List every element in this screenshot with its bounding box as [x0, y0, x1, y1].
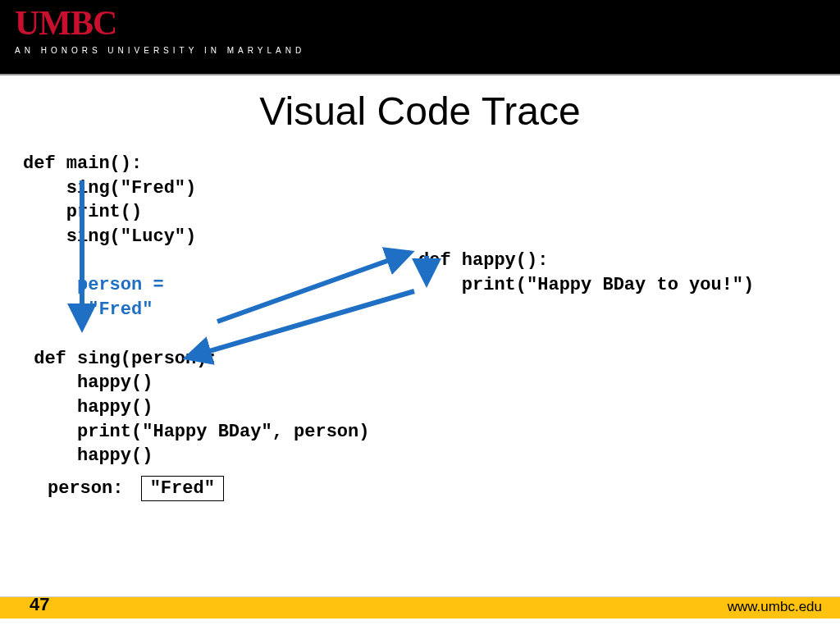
code-assign-line: person =: [23, 275, 164, 295]
footer-bar: [0, 597, 840, 619]
umbc-logo: UMBC: [15, 3, 116, 43]
code-line: happy(): [23, 445, 153, 466]
umbc-tagline: AN HONORS UNIVERSITY IN MARYLAND: [15, 46, 305, 55]
code-assign-line: "Fred": [23, 299, 153, 320]
code-line: def sing(person):: [23, 349, 218, 369]
slide-title: Visual Code Trace: [0, 89, 840, 134]
slide-number: 47: [30, 594, 49, 615]
code-line: sing("Lucy"): [23, 226, 196, 247]
header-bar: UMBC AN HONORS UNIVERSITY IN MARYLAND: [0, 0, 840, 74]
code-line: print("Happy BDay to you!"): [418, 275, 754, 295]
header-divider: [0, 74, 840, 75]
code-block-left: def main(): sing("Fred") print() sing("L…: [23, 152, 369, 468]
code-line: happy(): [23, 372, 153, 393]
code-line: def happy():: [418, 250, 548, 271]
code-line: print("Happy BDay", person): [23, 422, 369, 442]
code-block-right: def happy(): print("Happy BDay to you!"): [418, 249, 754, 297]
person-value-box: "Fred": [141, 476, 224, 501]
code-line: happy(): [23, 397, 153, 418]
person-trace: person: "Fred": [48, 476, 224, 501]
code-line: print(): [23, 202, 142, 222]
code-line: sing("Fred"): [23, 178, 196, 199]
code-line: def main():: [23, 153, 142, 174]
footer-url: www.umbc.edu: [728, 599, 822, 615]
person-label: person:: [48, 478, 123, 499]
